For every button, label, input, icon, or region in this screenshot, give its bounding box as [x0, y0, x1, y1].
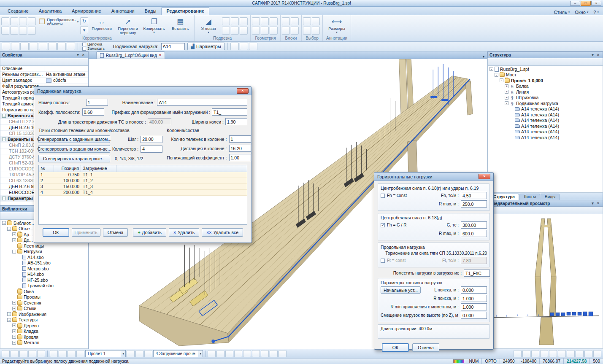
view-mode-icon[interactable] — [11, 350, 19, 357]
preview-tool-icon[interactable] — [513, 207, 520, 213]
structure-tree-item[interactable]: - § Подвижная нагрузка — [488, 100, 603, 106]
fh-const-checkbox[interactable] — [381, 194, 385, 198]
structure-tree-item[interactable]: A14 тележка (A14) — [488, 135, 603, 140]
properties-tool-icon[interactable] — [2, 59, 9, 65]
tree-expander[interactable]: + — [12, 301, 16, 305]
g-input[interactable] — [461, 221, 487, 229]
preview-tool-icon[interactable] — [497, 207, 504, 213]
tree-expander[interactable]: - — [12, 250, 16, 253]
tree-expander[interactable]: - — [7, 227, 11, 231]
chevron-down-icon[interactable]: ▾ — [198, 351, 203, 357]
tree-expander[interactable]: + — [12, 341, 16, 345]
property-value[interactable]: На активном этаже — [44, 72, 88, 77]
lsearch-input[interactable] — [461, 286, 487, 294]
select-tool-icon[interactable] — [303, 27, 311, 35]
structure-tree-item[interactable]: - RussBrg_1.spf — [488, 66, 603, 72]
place-load-input[interactable] — [464, 270, 490, 277]
panel-close-icon[interactable]: × — [595, 53, 601, 57]
section-expander[interactable]: - — [2, 197, 6, 200]
trim-tool-icon[interactable] — [231, 27, 239, 35]
tree-expander[interactable]: + — [12, 329, 16, 333]
lane-coeff-input[interactable] — [82, 108, 104, 116]
reduction-input[interactable] — [229, 154, 251, 161]
edit-tool-icon[interactable] — [10, 27, 18, 35]
quick-access-icon[interactable] — [38, 0, 44, 6]
tree-expander[interactable]: - — [500, 78, 503, 82]
edit-mode-icon[interactable] — [50, 350, 58, 357]
display-icon[interactable] — [68, 350, 76, 357]
draw-tool-icon[interactable] — [30, 43, 38, 50]
tree-expander[interactable]: + — [12, 307, 16, 310]
libraries-tool-icon[interactable] — [2, 213, 9, 219]
table-row[interactable]: 4 200.000 T1_4 — [39, 190, 247, 196]
snap-icon[interactable] — [558, 350, 566, 357]
maximize-button[interactable]: □ — [581, 1, 591, 6]
snap-icon[interactable] — [576, 350, 584, 357]
generate-step-button[interactable]: Сгенерировать с заданным шагом... — [38, 135, 110, 143]
window-icon[interactable] — [234, 350, 242, 357]
quick-access-icon[interactable] — [2, 0, 8, 6]
menu-tab[interactable]: Редактирование — [161, 7, 209, 15]
library-tree-item[interactable]: + Металл — [0, 340, 88, 346]
library-tree-item[interactable]: Окна — [0, 289, 88, 294]
snap-icon[interactable] — [531, 350, 539, 357]
window-icon[interactable] — [225, 350, 233, 357]
library-tree-item[interactable]: Лестницы — [0, 243, 88, 249]
dimensions-button[interactable]: ⟷ Размеры ▾ — [324, 16, 349, 35]
tree-expander[interactable]: + — [12, 335, 16, 339]
window-icon[interactable] — [243, 350, 251, 357]
panel-close-icon[interactable]: × — [81, 53, 86, 57]
gauge-input[interactable] — [225, 118, 247, 125]
library-tree-item[interactable]: НГ-25.sbo — [0, 277, 88, 283]
panel-menu-icon[interactable]: ▾ — [590, 201, 595, 205]
block-tool-icon[interactable] — [291, 17, 299, 25]
window-menu[interactable]: Окно▾ — [575, 10, 588, 15]
tree-expander[interactable]: + — [505, 96, 508, 100]
panel-menu-icon[interactable]: ▾ — [590, 53, 595, 57]
window-icon[interactable] — [270, 350, 278, 357]
snap-icon[interactable] — [522, 350, 530, 357]
rsearch-input[interactable] — [461, 295, 487, 302]
tab-list-dropdown-icon[interactable]: ▾ — [483, 55, 484, 59]
window-icon[interactable] — [216, 350, 224, 357]
structure-tree-item[interactable]: - Мост — [488, 72, 603, 78]
trim-tool-icon[interactable] — [222, 27, 230, 35]
geometry-tool-icon[interactable] — [270, 27, 278, 35]
window-icon[interactable] — [261, 350, 269, 357]
library-tree-item[interactable]: + Изображения — [0, 311, 88, 317]
property-row[interactable]: Цвет закладок c8dcfa — [0, 78, 88, 84]
library-tree-item[interactable]: - Текстуры — [0, 317, 88, 323]
rmin-input[interactable] — [461, 303, 487, 310]
library-tree-item[interactable]: + Сечения — [0, 300, 88, 306]
tree-expander[interactable]: + — [7, 312, 11, 316]
structure-tool-icon[interactable] — [497, 59, 504, 65]
library-tree-item[interactable]: H14.sbo — [0, 272, 88, 278]
tree-expander[interactable]: - — [495, 73, 498, 77]
load-tool-icon[interactable] — [240, 43, 248, 50]
properties-tool-icon[interactable] — [10, 59, 17, 65]
cancel-button[interactable]: Отмена — [103, 228, 128, 237]
prefix-input[interactable] — [212, 108, 247, 116]
library-tree-item[interactable]: A14.sbo — [0, 254, 88, 260]
num-lock-indicator[interactable]: NUM — [466, 359, 482, 364]
panel-menu-icon[interactable]: ▾ — [75, 53, 81, 57]
geometry-tool-icon[interactable] — [261, 17, 269, 25]
property-value[interactable] — [44, 66, 88, 71]
rotate-options-dropdown[interactable]: ▾ — [80, 26, 88, 34]
structure-tree-item[interactable]: - Пролёт 1 0,000 — [488, 78, 603, 84]
select-tool-icon[interactable] — [312, 17, 320, 25]
display-icon[interactable] — [76, 350, 84, 357]
rmax2-input[interactable] — [461, 230, 487, 237]
snap-icon[interactable] — [584, 350, 592, 357]
edit-tool-icon[interactable] — [1, 17, 9, 25]
rotate-button[interactable]: ↻ — [80, 17, 88, 25]
draw-tool-icon[interactable] — [39, 43, 47, 50]
snap-icon[interactable] — [514, 350, 522, 357]
libraries-tool-icon[interactable] — [10, 213, 17, 219]
close-button[interactable]: × — [591, 1, 601, 6]
trim-tool-icon[interactable] — [222, 17, 230, 25]
library-tree-item[interactable]: Метро.sbo — [0, 266, 88, 272]
view-mode-icon[interactable] — [2, 350, 10, 357]
draw-tool-icon[interactable] — [20, 43, 29, 50]
menu-tab[interactable]: Аналитика — [34, 7, 67, 15]
